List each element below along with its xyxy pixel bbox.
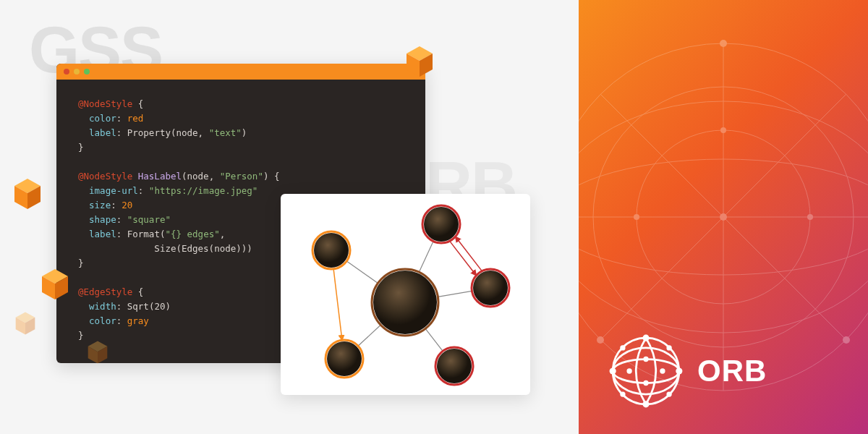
svg-point-58 — [642, 401, 649, 407]
graph-node[interactable] — [472, 269, 509, 307]
svg-point-25 — [424, 207, 459, 242]
svg-point-27 — [473, 271, 508, 305]
graph-node[interactable] — [326, 340, 363, 378]
orb-logo: ORB — [606, 331, 767, 411]
svg-point-66 — [660, 368, 665, 373]
svg-point-64 — [643, 357, 648, 362]
svg-point-59 — [610, 367, 616, 374]
svg-line-15 — [419, 242, 433, 273]
svg-line-16 — [438, 291, 472, 297]
cube-icon — [41, 268, 69, 301]
graph-node[interactable] — [422, 205, 460, 243]
svg-point-52 — [720, 127, 726, 133]
svg-point-56 — [642, 335, 649, 341]
svg-line-18 — [358, 325, 380, 346]
side-brand-panel: ORB — [579, 0, 868, 434]
cube-icon — [87, 340, 109, 365]
svg-line-17 — [425, 328, 443, 351]
svg-point-29 — [437, 349, 472, 383]
svg-line-20 — [333, 269, 342, 340]
graph-node[interactable] — [372, 269, 438, 336]
svg-point-65 — [643, 380, 648, 386]
svg-point-51 — [634, 214, 639, 220]
graph-node[interactable] — [312, 231, 350, 269]
svg-point-44 — [720, 40, 727, 47]
svg-point-67 — [626, 368, 631, 373]
svg-point-55 — [613, 348, 679, 394]
svg-point-57 — [676, 367, 682, 374]
minimize-icon[interactable] — [74, 69, 80, 75]
maximize-icon[interactable] — [84, 69, 90, 75]
svg-point-47 — [597, 336, 604, 344]
svg-point-62 — [620, 391, 625, 396]
orb-logo-icon — [606, 331, 686, 411]
svg-point-49 — [720, 213, 727, 221]
svg-point-31 — [327, 341, 362, 376]
graph-node[interactable] — [435, 347, 473, 385]
orb-logo-text: ORB — [697, 354, 767, 388]
svg-line-19 — [346, 261, 378, 283]
window-titlebar — [56, 64, 425, 80]
graph-visualization-panel — [281, 194, 530, 395]
svg-point-33 — [314, 233, 349, 268]
graph-nodes — [312, 205, 509, 385]
cube-icon — [405, 45, 434, 78]
svg-point-60 — [666, 345, 671, 350]
cube-icon — [13, 177, 42, 210]
close-icon[interactable] — [64, 69, 69, 75]
cube-icon — [14, 311, 36, 336]
svg-point-54 — [613, 359, 679, 383]
svg-point-61 — [666, 391, 671, 396]
svg-point-50 — [807, 214, 813, 220]
svg-point-46 — [843, 336, 850, 344]
svg-point-63 — [620, 345, 625, 350]
svg-point-23 — [373, 271, 437, 334]
